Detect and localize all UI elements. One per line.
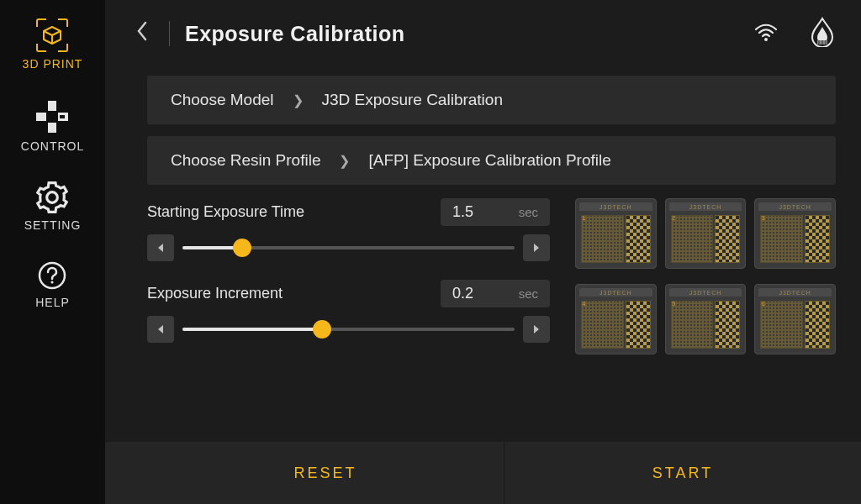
- exposure-increment-unit: sec: [519, 286, 538, 301]
- starting-exposure-decrease[interactable]: [147, 234, 174, 261]
- exposure-increment-increase[interactable]: [523, 316, 550, 343]
- calibration-chip: J3DTECH4: [575, 284, 657, 354]
- header: Exposure Calibration: [105, 0, 861, 67]
- starting-exposure-block: Starting Exposure Time 1.5 sec: [147, 198, 550, 261]
- svg-rect-1: [48, 123, 56, 133]
- reset-button[interactable]: RESET: [147, 442, 504, 504]
- sidebar-item-label: SETTING: [24, 218, 82, 232]
- sidebar-item-label: 3D PRINT: [23, 57, 83, 71]
- help-icon: [37, 260, 67, 291]
- svg-point-7: [764, 38, 768, 41]
- slider-thumb[interactable]: [313, 320, 331, 339]
- calibration-preview-grid: J3DTECH1 J3DTECH2 J3DTECH3 J3DTECH4 J3DT…: [575, 198, 836, 361]
- divider: [169, 21, 170, 46]
- page-title: Exposure Calibration: [185, 22, 404, 46]
- sidebar-item-3d-print[interactable]: 3D PRINT: [23, 18, 83, 71]
- calibration-chip: J3DTECH3: [754, 198, 836, 269]
- choose-model-label: Choose Model: [171, 91, 274, 109]
- svg-rect-0: [48, 101, 56, 111]
- calibration-chip: J3DTECH6: [754, 284, 836, 354]
- brand-logo-icon: [809, 17, 836, 50]
- exposure-increment-label: Exposure Increment: [147, 285, 283, 302]
- exposure-increment-display: 0.2 sec: [441, 280, 550, 307]
- dpad-icon: [34, 99, 70, 134]
- gear-icon: [36, 181, 68, 213]
- choose-model-row[interactable]: Choose Model ❯ J3D Exposure Calibration: [147, 76, 836, 124]
- footer: RESET START: [105, 442, 861, 504]
- exposure-increment-slider[interactable]: [182, 328, 515, 331]
- print-icon: [33, 18, 71, 52]
- choose-model-value: J3D Exposure Calibration: [322, 91, 503, 109]
- start-button[interactable]: START: [504, 442, 861, 504]
- svg-rect-2: [36, 113, 46, 121]
- calibration-chip: J3DTECH5: [665, 284, 747, 354]
- main-panel: Exposure Calibration Choose Model ❯ J3D …: [105, 0, 861, 504]
- starting-exposure-slider[interactable]: [182, 246, 515, 249]
- exposure-increment-block: Exposure Increment 0.2 sec: [147, 280, 550, 343]
- calibration-chip: J3DTECH1: [575, 198, 657, 269]
- sidebar: 3D PRINT CONTROL SETTING HELP: [0, 0, 105, 504]
- slider-thumb[interactable]: [233, 239, 251, 257]
- sidebar-item-help[interactable]: HELP: [35, 260, 70, 309]
- choose-resin-label: Choose Resin Profile: [171, 151, 320, 170]
- calibration-chip: J3DTECH2: [665, 198, 747, 269]
- starting-exposure-increase[interactable]: [523, 234, 550, 261]
- svg-rect-4: [60, 115, 65, 118]
- back-button[interactable]: [130, 18, 154, 50]
- starting-exposure-display: 1.5 sec: [441, 198, 550, 226]
- choose-resin-row[interactable]: Choose Resin Profile ❯ [AFP] Exposure Ca…: [147, 136, 836, 185]
- sidebar-item-label: CONTROL: [21, 139, 84, 153]
- choose-resin-value: [AFP] Exposure Calibration Profile: [368, 151, 610, 170]
- wifi-icon[interactable]: [753, 22, 779, 45]
- sidebar-item-setting[interactable]: SETTING: [24, 181, 82, 232]
- starting-exposure-value: 1.5: [452, 203, 473, 221]
- content: Choose Model ❯ J3D Exposure Calibration …: [105, 67, 861, 442]
- chevron-right-icon: ❯: [339, 153, 350, 169]
- starting-exposure-unit: sec: [519, 205, 538, 219]
- svg-point-6: [51, 281, 54, 283]
- sidebar-item-control[interactable]: CONTROL: [21, 99, 84, 153]
- starting-exposure-label: Starting Exposure Time: [147, 203, 304, 221]
- chevron-right-icon: ❯: [293, 92, 304, 108]
- exposure-increment-value: 0.2: [452, 285, 473, 302]
- exposure-increment-decrease[interactable]: [147, 316, 174, 343]
- sidebar-item-label: HELP: [35, 296, 70, 309]
